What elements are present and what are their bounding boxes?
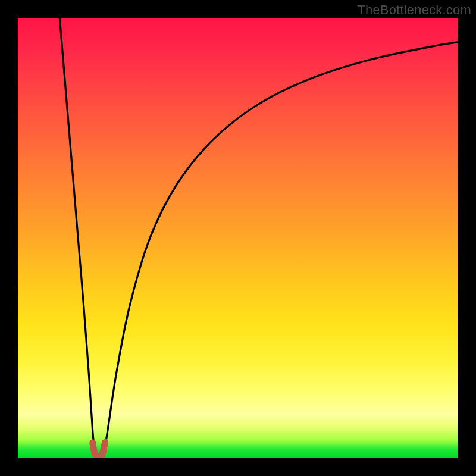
curve-right-branch — [104, 42, 458, 456]
plot-area — [18, 18, 458, 458]
curve-left-branch — [60, 18, 95, 456]
curve-layer — [18, 18, 458, 458]
chart-frame: TheBottleneck.com — [0, 0, 476, 476]
valley-u-marker — [93, 442, 105, 456]
watermark-text: TheBottleneck.com — [357, 2, 471, 18]
